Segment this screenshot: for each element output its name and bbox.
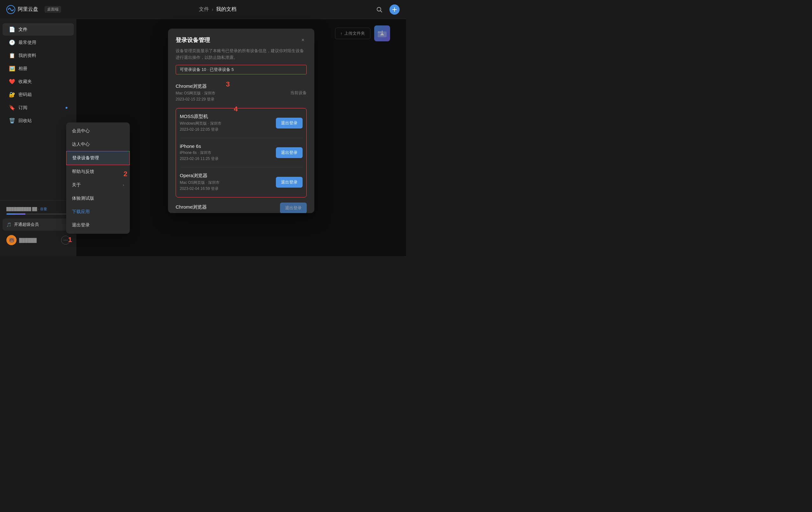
- sidebar-item-label-subscribe: 订阅: [19, 105, 27, 111]
- device-count-badge: 可登录设备 10 · 已登录设备 5: [176, 65, 307, 74]
- menu-about-label: 关于: [72, 182, 81, 188]
- sidebar-item-subscribe[interactable]: 🔖 订阅: [3, 101, 74, 114]
- sidebar-item-label-password: 密码箱: [19, 92, 32, 98]
- svg-line-2: [381, 11, 382, 12]
- search-icon: [376, 7, 382, 12]
- recent-icon: 🕐: [9, 39, 15, 46]
- device-info-4: Opera浏览器 Mac OS网页版 · 深圳市 2023-02-04 16:5…: [180, 173, 276, 192]
- sidebar-item-label-mydata: 我的资料: [19, 53, 36, 59]
- device-item-2: MOSS原型机 Windows网页版 · 深圳市 2023-02-16 22:0…: [180, 109, 302, 138]
- context-menu: 会员中心 达人中心 登录设备管理 帮助与反馈 关于 › 体验测试版 下载应用 退…: [66, 122, 130, 234]
- logout-group: MOSS原型机 Windows网页版 · 深圳市 2023-02-16 22:0…: [176, 108, 307, 198]
- sidebar-item-album[interactable]: 🖼️ 相册: [3, 62, 74, 75]
- top-bar-actions: [374, 4, 400, 14]
- search-button[interactable]: [374, 4, 384, 14]
- files-icon: 📄: [9, 26, 15, 32]
- logout-button-3[interactable]: 退出登录: [276, 147, 302, 158]
- device-detail-4b: 2023-02-04 16:59 登录: [180, 186, 276, 191]
- breadcrumb: 文件 › 我的文档: [61, 6, 374, 13]
- menu-item-about[interactable]: 关于 ›: [66, 178, 130, 192]
- device-detail-4a: Mac OS网页版 · 深圳市: [180, 180, 276, 185]
- menu-item-download[interactable]: 下载应用: [66, 205, 130, 218]
- sidebar-item-mydata[interactable]: 📋 我的资料: [3, 49, 74, 62]
- app-logo[interactable]: 阿里云盘: [6, 5, 38, 14]
- sidebar-item-files[interactable]: 📄 文件: [3, 23, 74, 36]
- logout-button-5[interactable]: 退出登录: [280, 203, 307, 213]
- sidebar-item-password[interactable]: 🔐 密码箱: [3, 88, 74, 101]
- menu-member-center-label: 会员中心: [72, 128, 90, 134]
- modal-title: 登录设备管理: [176, 36, 210, 44]
- menu-item-logout[interactable]: 退出登录: [66, 218, 130, 232]
- menu-download-label: 下载应用: [72, 209, 90, 215]
- modal-description: 设备管理页面显示了本账号已登录的所有设备信息，建议你对陌生设备进行退出操作，以防…: [168, 44, 314, 65]
- device-modal: 登录设备管理 × 设备管理页面显示了本账号已登录的所有设备信息，建议你对陌生设备…: [168, 29, 314, 213]
- device-info-1: Chrome浏览器 Mac OS网页版 · 深圳市 2023-02-15 22:…: [176, 83, 290, 103]
- logout-button-4[interactable]: 退出登录: [276, 177, 302, 188]
- add-icon: [392, 7, 397, 12]
- sidebar-item-trash[interactable]: 🗑️ 回收站: [3, 115, 74, 127]
- device-item-1: Chrome浏览器 Mac OS网页版 · 深圳市 2023-02-15 22:…: [176, 78, 307, 108]
- desktop-badge: 桌面端: [45, 6, 61, 13]
- menu-help-label: 帮助与反馈: [72, 169, 94, 175]
- step-4-label: 4: [234, 105, 238, 113]
- sidebar-item-label-trash: 回收站: [19, 118, 32, 124]
- logout-group-border: MOSS原型机 Windows网页版 · 深圳市 2023-02-16 22:0…: [176, 108, 307, 198]
- modal-close-button[interactable]: ×: [299, 36, 307, 44]
- logout-button-2[interactable]: 退出登录: [276, 118, 302, 128]
- menu-logout-label: 退出登录: [72, 222, 90, 228]
- menu-device-mgmt-label: 登录设备管理: [72, 155, 99, 161]
- super-member-icon: 🎵: [6, 222, 11, 227]
- device-detail-3a: iPhone 6s · 深圳市: [180, 150, 276, 155]
- device-info-5: Chrome浏览器: [176, 204, 280, 211]
- breadcrumb-parent: 文件: [199, 6, 209, 13]
- add-button[interactable]: [389, 4, 400, 14]
- storage-bar: [6, 213, 70, 215]
- subscribe-dot: [65, 107, 67, 109]
- menu-beta-label: 体验测试版: [72, 195, 94, 201]
- device-name-4: Opera浏览器: [180, 173, 276, 179]
- device-detail-1a: Mac OS网页版 · 深圳市: [176, 91, 290, 96]
- app-title: 阿里云盘: [18, 6, 38, 13]
- menu-item-device-mgmt[interactable]: 登录设备管理: [66, 151, 130, 165]
- storage-info: ██████████ ██ · 容量: [3, 204, 74, 217]
- breadcrumb-separator: ›: [211, 7, 213, 12]
- menu-item-beta[interactable]: 体验测试版: [66, 192, 130, 205]
- device-info-3: iPhone 6s iPhone 6s · 深圳市 2023-02-16 11:…: [180, 144, 276, 162]
- device-name-2: MOSS原型机: [180, 114, 276, 120]
- sidebar-item-label-favorites: 收藏夹: [19, 79, 32, 85]
- aliyun-logo-icon: [6, 5, 15, 14]
- super-member-label: 开通超级会员: [14, 222, 39, 228]
- menu-item-member-center[interactable]: 会员中心: [66, 124, 130, 138]
- chevron-right-icon: ›: [123, 183, 124, 187]
- album-icon: 🖼️: [9, 65, 15, 71]
- device-detail-3b: 2023-02-16 11:25 登录: [180, 156, 276, 161]
- device-detail-2a: Windows网页版 · 深圳市: [180, 121, 276, 126]
- device-item-3: iPhone 6s iPhone 6s · 深圳市 2023-02-16 11:…: [180, 138, 302, 168]
- password-icon: 🔐: [9, 92, 15, 98]
- device-item-5: Chrome浏览器 退出登录: [176, 198, 307, 213]
- sidebar-item-favorites[interactable]: ❤️ 收藏夹: [3, 76, 74, 88]
- step-1-label: 1: [68, 236, 72, 244]
- user-profile[interactable]: 🐻 ██████ ···: [3, 232, 74, 248]
- super-member-button[interactable]: 🎵 开通超级会员: [3, 218, 74, 231]
- device-name-3: iPhone 6s: [180, 144, 276, 149]
- device-detail-1b: 2023-02-15 22:29 登录: [176, 97, 290, 102]
- menu-talent-center-label: 达人中心: [72, 142, 90, 147]
- device-current-label-1: 当前设备: [290, 90, 307, 96]
- menu-item-help[interactable]: 帮助与反馈: [66, 165, 130, 178]
- subscribe-icon: 🔖: [9, 104, 15, 111]
- sidebar-item-recent[interactable]: 🕐 最常使用: [3, 36, 74, 49]
- storage-text: ██████████ ██ · 容量: [6, 207, 47, 211]
- sidebar-item-label-album: 相册: [19, 66, 27, 71]
- menu-item-talent-center[interactable]: 达人中心: [66, 138, 130, 151]
- sidebar-item-label-files: 文件: [19, 27, 27, 32]
- modal-header: 登录设备管理 ×: [168, 29, 314, 44]
- step-2-label: 2: [123, 170, 127, 178]
- username: ██████: [19, 238, 59, 243]
- top-bar: 阿里云盘 桌面端 文件 › 我的文档: [0, 0, 406, 19]
- device-list: Chrome浏览器 Mac OS网页版 · 深圳市 2023-02-15 22:…: [168, 78, 314, 213]
- breadcrumb-current: 我的文档: [216, 6, 236, 13]
- avatar: 🐻: [6, 235, 17, 245]
- device-name-1: Chrome浏览器: [176, 83, 290, 89]
- sidebar-bottom: ██████████ ██ · 容量 🎵 开通超级会员 🐻 ██████ ···: [0, 200, 76, 252]
